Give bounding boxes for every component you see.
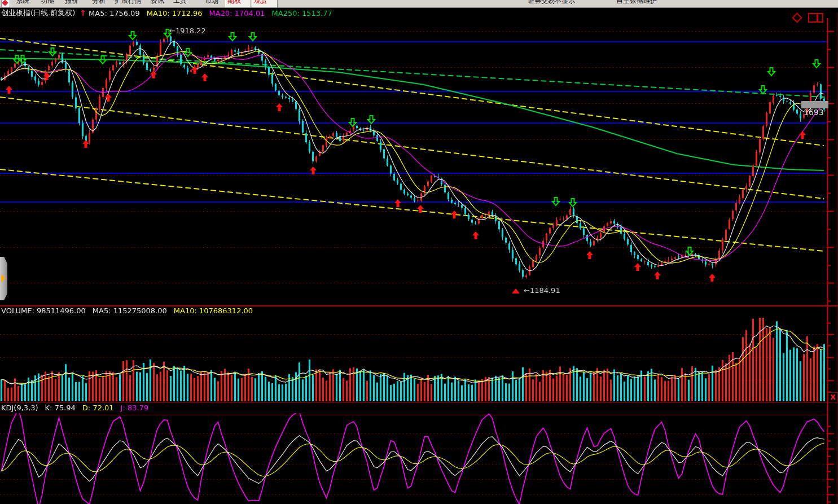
ma250-readout: MA250: 1513.77 bbox=[272, 9, 332, 17]
menu-item-analysis[interactable]: 分析 bbox=[92, 0, 106, 6]
kdj-header: KDJ(9,3,3) K: 75.94 D: 72.01 J: 83.79 bbox=[1, 404, 155, 412]
chart-title: 创业板指(日线.前复权) bbox=[1, 8, 75, 18]
menu-item-quotes[interactable]: 报价 bbox=[65, 0, 78, 6]
menu-item-system[interactable]: 系统 bbox=[16, 0, 29, 6]
volume-readout: VOLUME: 98511496.00 bbox=[1, 306, 86, 315]
trading-terminal-window: 系统 功能 报价 分析 扩展行情 资讯 工具 市场 期权 现货 证券交易不显示 … bbox=[0, 0, 838, 504]
menu-right-text-1: 证券交易不显示 bbox=[528, 0, 575, 6]
volume-ma5-readout: MA5: 115275008.00 bbox=[93, 306, 167, 315]
menu-item-news[interactable]: 资讯 bbox=[151, 0, 164, 6]
low-price-annotation: ←1184.91 bbox=[524, 286, 560, 295]
ma10-readout: MA10: 1712.96 bbox=[147, 9, 203, 17]
sidebar-slide-handle[interactable] bbox=[0, 257, 7, 300]
chart-window-controls bbox=[789, 12, 828, 23]
menu-item-extended-quotes[interactable]: 扩展行情 bbox=[115, 0, 142, 6]
window-restore-icon-pane bbox=[817, 13, 823, 23]
menu-item-function[interactable]: 功能 bbox=[41, 0, 54, 6]
low-marker-triangle bbox=[512, 288, 520, 293]
window-restore-icon[interactable] bbox=[808, 13, 818, 23]
diamond-icon[interactable] bbox=[792, 12, 802, 23]
chart-header: 创业板指(日线.前复权) ↑ MA5: 1756.09 MA10: 1712.9… bbox=[1, 8, 339, 18]
kdj-j-readout: J: 83.79 bbox=[121, 404, 149, 412]
ma5-readout: MA5: 1756.09 bbox=[89, 9, 140, 17]
volume-header: VOLUME: 98511496.00 MA5: 115275008.00 MA… bbox=[1, 306, 260, 315]
chart-canvas[interactable] bbox=[0, 0, 838, 504]
ma20-readout: MA20: 1704.01 bbox=[209, 9, 265, 17]
menu-item-spot[interactable]: 现货 bbox=[254, 0, 267, 6]
kdj-name: KDJ(9,3,3) bbox=[1, 404, 38, 412]
menu-bar: 系统 功能 报价 分析 扩展行情 资讯 工具 市场 期权 现货 证券交易不显示 … bbox=[0, 0, 838, 8]
kdj-d-readout: D: 72.01 bbox=[82, 404, 114, 412]
close-indicator-button[interactable]: X bbox=[828, 392, 838, 402]
menu-item-tools[interactable]: 工具 bbox=[173, 0, 187, 6]
last-price-text: 1693 bbox=[804, 108, 824, 117]
menu-item-market[interactable]: 市场 bbox=[205, 0, 218, 6]
expand-arrow-icon bbox=[1, 274, 6, 282]
high-price-annotation: ←1918.22 bbox=[169, 27, 206, 35]
volume-ma10-readout: MA10: 107686312.00 bbox=[174, 306, 253, 315]
kdj-k-readout: K: 75.94 bbox=[45, 404, 76, 412]
up-arrow-icon: ↑ bbox=[80, 8, 86, 17]
app-icon[interactable] bbox=[1, 0, 10, 7]
menu-right-text-2: 自主数据维护 bbox=[616, 0, 657, 6]
menu-item-options[interactable]: 期权 bbox=[227, 0, 241, 6]
